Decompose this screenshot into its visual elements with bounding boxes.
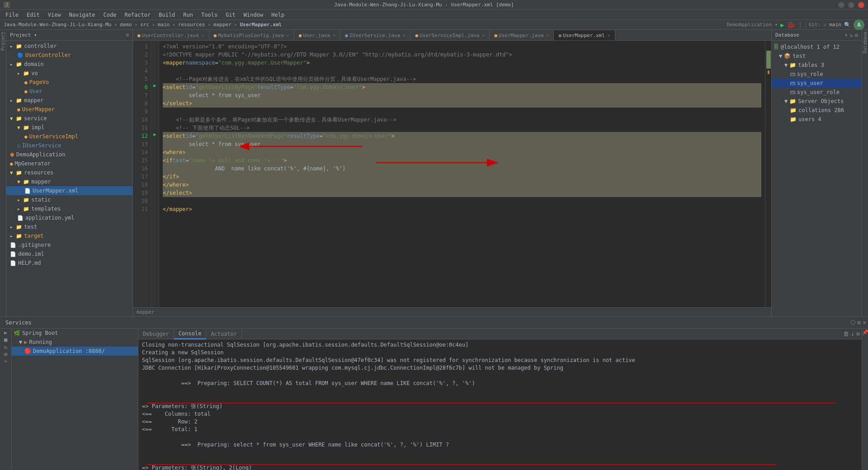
maximize-button[interactable]: □ [848,2,854,8]
tree-static[interactable]: ▸ 📁 static [6,195,132,204]
run-config-selector[interactable]: DemoApplication ▾ [727,22,778,28]
project-tab[interactable]: Project [0,32,5,51]
bc-resources[interactable]: resources [178,22,205,28]
tree-help-md[interactable]: 📄 HELP.md [6,258,132,268]
db-test-schema[interactable]: ▼ 📦 test [772,52,862,61]
panel-settings[interactable]: ⚙ [126,32,129,38]
db-sys-user-role[interactable]: 🗃 sys_user_role [772,88,862,97]
menu-view[interactable]: View [44,11,65,19]
tab-close[interactable]: × [482,33,485,38]
run-gutter-12[interactable]: ▶ [151,130,159,138]
menu-build[interactable]: Build [155,11,179,19]
tree-target[interactable]: ▸ 📁 target [6,231,132,240]
tree-usercontroller[interactable]: 🔵 UserController [6,51,132,60]
bc-file[interactable]: UserMapper.xml [240,22,282,28]
run-button[interactable]: ▶ [780,21,784,28]
console-scroll-end[interactable]: ↓ [851,330,854,337]
tab-userserviceimpl[interactable]: ● UserServiceImpl.java × [410,30,490,40]
stop-all-button[interactable]: ■ [4,337,7,343]
menu-file[interactable]: File [2,11,22,19]
git-branch[interactable]: main [830,22,842,28]
tab-user[interactable]: ● User.java × [294,30,340,40]
console-tab[interactable]: Console [174,329,207,339]
menu-edit[interactable]: Edit [23,11,43,19]
db-refresh-button[interactable]: ↻ [850,32,853,38]
editor-content[interactable]: 1 2 3 4 5 6 7 8 9 10 11 12 13 14 15 16 1 [133,41,771,316]
tree-user-domain[interactable]: ● User [6,87,132,96]
tree-usermapper-java[interactable]: ● UserMapper [6,105,132,114]
search-icon[interactable]: 🔍 [844,22,851,28]
tree-test[interactable]: ▸ 📁 test [6,222,132,231]
tree-impl-folder[interactable]: ▼ 📁 impl [6,123,132,132]
menu-window[interactable]: Window [240,11,267,19]
tree-application-yml[interactable]: 📄 application.yml [6,213,132,222]
menu-git[interactable]: Git [222,11,239,19]
close-button[interactable]: ✕ [858,2,864,8]
tab-usercontroller[interactable]: ● UserController.java × [133,30,209,40]
menu-navigate[interactable]: Navigate [66,11,99,19]
debug-button[interactable]: 🐞 [787,21,795,28]
db-settings-button[interactable]: ⚙ [855,32,858,38]
menu-help[interactable]: Help [268,11,288,19]
tab-iuserservice[interactable]: ● IUserService.java × [340,30,410,40]
db-collations[interactable]: 📁 collations 286 [772,106,862,115]
tree-userserviceimpl[interactable]: ● UserServiceImpl [6,132,132,141]
menu-code[interactable]: Code [100,11,120,19]
running-group[interactable]: ▼ ▶ Running [12,338,138,347]
bc-module[interactable]: demo [120,22,132,28]
console-clear[interactable]: 🗑 [843,330,849,337]
tree-resources-folder[interactable]: ▼ 📁 resources [6,168,132,177]
springboot-group[interactable]: 🌿 Spring Boot [12,329,138,338]
run-icon[interactable]: ▶ [153,132,156,137]
scrollbar-thumb[interactable] [766,51,771,69]
menu-refactor[interactable]: Refactor [121,11,154,19]
database-tab-label[interactable]: Database [863,32,868,53]
tree-pagevo[interactable]: ● PageVo [6,78,132,87]
tree-mapper-folder[interactable]: ▸ 📁 mapper [6,96,132,105]
tab-usermapper-java[interactable]: ● UserMapper.java × [490,30,554,40]
pin-icon[interactable]: 📌 [862,329,868,335]
restart-button[interactable]: ↻ [4,344,7,350]
tree-templates[interactable]: ▸ 📁 templates [6,204,132,213]
tree-usermapper-xml[interactable]: 📄 UserMapper.xml [6,186,132,195]
tree-demo-iml[interactable]: 📄 demo.iml [6,249,132,258]
more-run-options[interactable]: ⋮ [797,22,803,28]
console-settings[interactable]: ⚙ [856,330,860,337]
tab-close[interactable]: × [546,33,549,38]
tree-vo[interactable]: ▸ 📁 vo [6,69,132,78]
tree-domain[interactable]: ▸ 📁 domain [6,60,132,69]
minimize-button[interactable]: ─ [838,2,844,8]
tree-demoapplication[interactable]: ⬟ DemoApplication [6,150,132,159]
db-sys-role[interactable]: 🗃 sys_role [772,70,862,79]
db-server-objects[interactable]: ▼ 📁 Server Objects [772,97,862,106]
tree-mapper-res-folder[interactable]: ▼ 📁 mapper [6,177,132,186]
run-all-button[interactable]: ▶ [4,329,7,336]
run-gutter-6[interactable]: ▶ [151,81,159,89]
avatar[interactable]: A [854,19,864,30]
tab-close[interactable]: × [608,33,610,38]
tab-usermapper-xml[interactable]: ● UserMapper.xml × [554,30,615,40]
actuator-tab[interactable]: Actuator [206,329,242,339]
bc-src[interactable]: src [140,22,149,28]
demoapplication-service[interactable]: 🔴 DemoApplication :8888/ [12,347,138,356]
code-editor[interactable]: <?xml version="1.0" encoding="UTF-8"?> <… [159,41,765,316]
run-icon[interactable]: ▶ [153,83,156,89]
filter-button[interactable]: ⊞ [4,351,7,357]
services-settings[interactable]: ⚙ [857,319,861,326]
bc-project[interactable]: Java-Module-Wen-Zhang-Ji-Lu-Xiang-Mu [4,22,111,28]
tree-gitignore[interactable]: 📄 .gitignore [6,240,132,249]
debugger-tab[interactable]: Debugger [138,329,174,339]
tree-iuserservice[interactable]: ○ IUserService [6,141,132,150]
tab-close[interactable]: × [287,33,289,38]
add-service-button[interactable]: + [4,358,7,365]
tab-mybatisplusconfig[interactable]: ● MybatisPlusConfig.java × [209,30,294,40]
window-controls[interactable]: ─ □ ✕ [838,2,864,8]
menu-tools[interactable]: Tools [198,11,221,19]
services-expand[interactable]: ⬡ [850,319,855,326]
tab-close[interactable]: × [403,33,406,38]
tree-service-folder[interactable]: ▼ 📁 service [6,114,132,123]
db-localhost[interactable]: 🗄 @localhost 1 of 12 [772,42,862,52]
tree-controller[interactable]: ▸ 📁 controller [6,42,132,51]
menu-run[interactable]: Run [179,11,197,19]
tab-close[interactable]: × [333,33,335,38]
